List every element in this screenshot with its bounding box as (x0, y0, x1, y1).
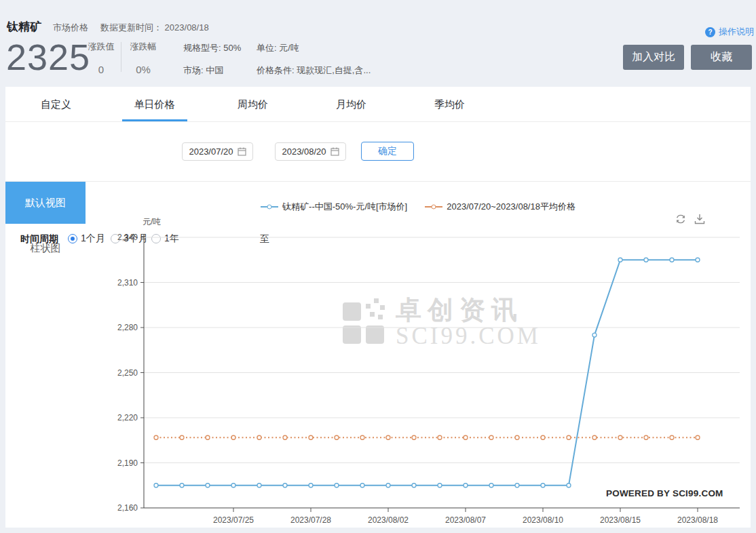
spec-market-column: 规格型号: 50% 市场: 中国 (183, 42, 241, 77)
chart-legend: 钛精矿--中国-50%-元/吨[市场价] 2023/07/20~2023/08/… (86, 201, 751, 213)
svg-text:2023/08/10: 2023/08/10 (523, 515, 563, 525)
legend-label: 钛精矿--中国-50%-元/吨[市场价] (282, 201, 407, 213)
date-from-input[interactable]: 2023/07/20 (182, 142, 253, 161)
date-to-input[interactable]: 2023/08/20 (275, 142, 346, 161)
question-icon: ? (705, 27, 715, 37)
tab-weekly-avg[interactable]: 周均价 (204, 87, 302, 121)
current-price: 2325 (6, 39, 90, 75)
sidebar-item-default-view[interactable]: 默认视图 (5, 182, 86, 224)
condition-text: 价格条件: 现款现汇,自提,含... (257, 64, 371, 77)
confirm-button[interactable]: 确定 (361, 142, 414, 161)
unit-text: 单位: 元/吨 (257, 42, 371, 54)
add-compare-button[interactable]: 加入对比 (623, 45, 684, 70)
svg-text:2023/08/18: 2023/08/18 (677, 515, 718, 525)
svg-text:2023/08/07: 2023/08/07 (445, 515, 486, 525)
page-title: 钛精矿 (7, 19, 41, 35)
svg-text:2,250: 2,250 (117, 368, 138, 378)
pct-value: 0% (128, 64, 159, 75)
market-text: 市场: 中国 (183, 64, 241, 77)
favorite-button[interactable]: 收藏 (691, 45, 752, 70)
date-to-value: 2023/08/20 (282, 146, 326, 157)
calendar-icon (330, 147, 339, 156)
sidebar-item-bar-chart[interactable]: 柱状图 (5, 240, 86, 256)
change-label: 涨跌值 (86, 41, 117, 53)
spec-text: 规格型号: 50% (183, 42, 241, 54)
legend-label: 2023/07/20~2023/08/18平均价格 (447, 201, 575, 213)
svg-text:元/吨: 元/吨 (143, 217, 161, 226)
svg-text:2,280: 2,280 (117, 323, 138, 332)
legend-line-icon (425, 206, 442, 208)
legend-item-price-series[interactable]: 钛精矿--中国-50%-元/吨[市场价] (261, 201, 407, 213)
main-panel: 自定义 单日价格 周均价 月均价 季均价 时间周期 1个月 3个月 1年 202… (5, 87, 751, 528)
pct-label: 涨跌幅 (128, 41, 159, 53)
svg-text:2,160: 2,160 (117, 503, 138, 513)
tab-custom[interactable]: 自定义 (7, 87, 105, 121)
svg-text:2023/08/02: 2023/08/02 (368, 515, 409, 525)
change-pct-block: 涨跌幅 0% (128, 41, 159, 75)
tab-daily-price[interactable]: 单日价格 (105, 87, 204, 121)
tab-monthly-avg[interactable]: 月均价 (302, 87, 400, 121)
svg-text:2,190: 2,190 (117, 458, 138, 468)
svg-text:2023/07/28: 2023/07/28 (290, 515, 331, 525)
date-from-value: 2023/07/20 (189, 146, 233, 157)
tab-quarterly-avg[interactable]: 季均价 (400, 87, 499, 121)
legend-line-icon (261, 206, 278, 208)
update-time: 数据更新时间： 2023/08/18 (100, 22, 209, 34)
divider (5, 181, 751, 182)
help-label: 操作说明 (719, 26, 754, 38)
svg-text:2,220: 2,220 (117, 413, 138, 422)
change-value: 0 (86, 64, 117, 75)
calendar-icon (238, 147, 246, 156)
svg-text:2,310: 2,310 (117, 278, 138, 288)
svg-text:2,340: 2,340 (117, 233, 138, 242)
tab-bar: 自定义 单日价格 周均价 月均价 季均价 (5, 87, 751, 122)
price-line-chart[interactable]: 2,1602,1902,2202,2502,2802,3102,340元/吨20… (115, 214, 750, 529)
divider (121, 42, 121, 72)
svg-text:2023/07/25: 2023/07/25 (213, 515, 254, 525)
svg-text:2023/08/15: 2023/08/15 (600, 515, 641, 525)
market-price-label: 市场价格 (53, 22, 88, 34)
change-value-block: 涨跌值 0 (86, 41, 117, 75)
unit-condition-column: 单位: 元/吨 价格条件: 现款现汇,自提,含... (257, 42, 371, 77)
legend-item-average-series[interactable]: 2023/07/20~2023/08/18平均价格 (425, 201, 575, 213)
help-link[interactable]: ? 操作说明 (705, 26, 754, 38)
